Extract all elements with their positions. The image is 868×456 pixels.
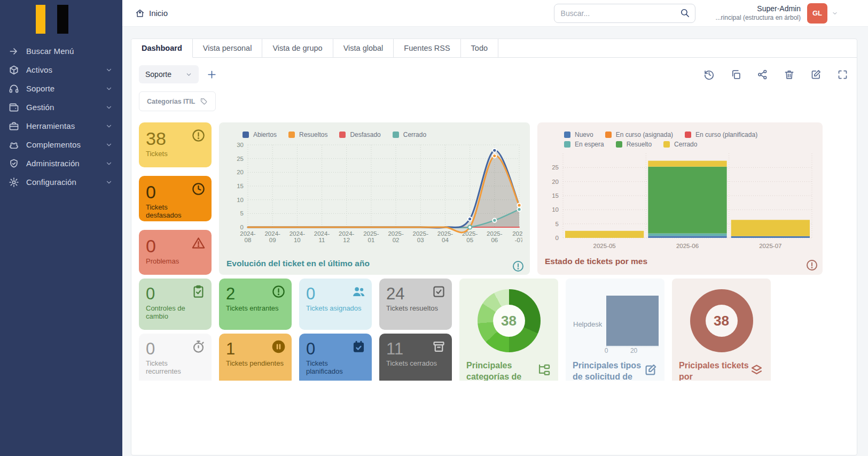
history-icon[interactable] [703, 69, 715, 80]
filter-chip-categorias-itil[interactable]: Categorías ITIL [139, 91, 216, 111]
filter-row: Categorías ITIL [139, 91, 848, 111]
sidebar-item-complementos[interactable]: Complementos [0, 135, 122, 154]
puzzle-icon [9, 140, 19, 150]
card-label: Problemas [146, 257, 205, 265]
user-info: Super-Admin ...rincipal (estructura en á… [716, 4, 801, 22]
sidebar-item-herramientas[interactable]: Herramientas [0, 117, 122, 135]
tab-vista-global[interactable]: Vista global [333, 39, 394, 57]
legend-item: Cerrado [393, 131, 426, 138]
chevron-down-icon [105, 122, 113, 130]
card-tickets-resueltos[interactable]: 24 Tickets resueltos [379, 279, 452, 330]
donut-center-value: 38 [714, 313, 729, 329]
svg-text:15: 15 [237, 183, 244, 189]
svg-text:2024-09: 2024-09 [264, 230, 280, 243]
card-tickets-pendientes[interactable]: 1 Tickets pendientes [219, 334, 292, 381]
logo-bar-black [57, 5, 68, 34]
sidebar-item-soporte[interactable]: Soporte [0, 79, 122, 98]
clock-icon [191, 182, 206, 196]
chart-title: Pricipales tickets por [679, 360, 749, 381]
tab-todo[interactable]: Todo [461, 39, 498, 57]
tag-icon [200, 97, 208, 105]
tab-dashboard[interactable]: Dashboard [131, 39, 193, 58]
content-panel: Dashboard Vista personal Vista de grupo … [131, 38, 857, 455]
alert-circle-icon [271, 284, 286, 299]
sidebar-item-administracion[interactable]: Administración [0, 154, 122, 173]
card-tickets[interactable]: 38 Tickets [139, 122, 212, 167]
trash-icon[interactable] [784, 69, 795, 80]
share-icon[interactable] [757, 69, 768, 80]
dashboard-select[interactable]: Soporte [139, 65, 199, 83]
card-problemas[interactable]: 0 Problemas [139, 230, 212, 275]
app-logo[interactable] [0, 0, 122, 38]
dashboard-grid-top: 38 Tickets 0 Tickets desfasados 0 Proble… [139, 122, 857, 275]
search-icon[interactable] [680, 8, 690, 18]
chart-title: Estado de tickets por mes [545, 257, 647, 266]
sidebar-item-label: Soporte [26, 84, 105, 93]
fullscreen-icon[interactable] [837, 69, 848, 80]
info-icon[interactable] [512, 260, 525, 273]
svg-text:25: 25 [552, 164, 559, 171]
chart-estado-tickets-mes[interactable]: NuevoEn curso (asignada)En curso (planif… [537, 122, 823, 275]
card-label: Controles de cambio [146, 304, 205, 320]
svg-text:0: 0 [556, 235, 559, 241]
tab-fuentes-rss[interactable]: Fuentes RSS [394, 39, 460, 57]
chart-title: Principales categorías de [466, 360, 537, 381]
legend-item: En curso (asignada) [605, 131, 673, 138]
line-chart-legend: AbiertosResueltosDesfasadoCerrado [243, 131, 522, 138]
svg-text:2025-06: 2025-06 [487, 230, 503, 243]
breadcrumb[interactable]: Inicio [135, 9, 168, 18]
svg-text:2025-07: 2025-07 [759, 243, 781, 249]
sidebar-item-buscar-menu[interactable]: Buscar Menú [0, 42, 122, 60]
donut-chart: 38 [478, 289, 541, 352]
card-label: Tickets desfasados [146, 203, 205, 219]
add-dashboard-button[interactable] [207, 69, 217, 80]
card-tickets-desfasados[interactable]: 0 Tickets desfasados [139, 176, 212, 221]
edit-icon[interactable] [810, 69, 822, 80]
sidebar-item-activos[interactable]: Activos [0, 60, 122, 79]
card-label: Tickets asignados [306, 304, 365, 312]
calendar-check-icon [351, 339, 366, 354]
bar-chart-legend: NuevoEn curso (asignada)En curso (planif… [564, 131, 799, 148]
card-label: Tickets pendientes [226, 359, 285, 367]
info-icon[interactable] [806, 259, 818, 272]
tab-vista-de-grupo[interactable]: Vista de grupo [262, 39, 333, 57]
chevron-down-icon [105, 104, 113, 111]
avatar[interactable]: GL [807, 3, 827, 24]
svg-text:2025-03: 2025-03 [413, 230, 429, 243]
card-tickets-planificados[interactable]: 0 Tickets planificados [299, 334, 372, 381]
card-controles-de-cambio[interactable]: 0 Controles de cambio [139, 279, 212, 330]
sidebar-item-label: Gestión [26, 103, 105, 112]
chevron-down-icon[interactable] [832, 10, 838, 17]
dashboard-select-value: Soporte [145, 70, 171, 79]
chevron-down-icon [185, 71, 192, 78]
chart-evolucion-ticket[interactable]: AbiertosResueltosDesfasadoCerrado 051015… [219, 122, 530, 275]
donut-center-value: 38 [501, 313, 517, 329]
card-label: Tickets recurrentes [146, 359, 205, 375]
legend-item: En curso (planificada) [685, 131, 757, 138]
clone-icon[interactable] [730, 69, 741, 80]
svg-text:2025-07: 2025-07 [512, 230, 522, 243]
sidebar-item-label: Complementos [26, 140, 105, 149]
chart-principales-tipos-solicitud[interactable]: Helpdesk 0 20 Principales tipos de solic… [566, 279, 664, 381]
briefcase-icon [9, 121, 19, 132]
card-tickets-cerrados[interactable]: 11 Tickets cerrados [379, 334, 452, 381]
chart-principales-categorias[interactable]: 38 Principales categorías de [459, 279, 558, 381]
chevron-down-icon [105, 160, 113, 167]
svg-text:2024-10: 2024-10 [290, 230, 306, 243]
global-search [554, 4, 695, 23]
tab-vista-personal[interactable]: Vista personal [193, 39, 263, 57]
svg-text:2025-04: 2025-04 [437, 230, 453, 243]
chevron-down-icon [105, 141, 113, 149]
sidebar-item-label: Buscar Menú [26, 47, 113, 56]
logo-bar-yellow [36, 5, 45, 34]
card-tickets-recurrentes[interactable]: 0 Tickets recurrentes [139, 334, 212, 381]
card-tickets-asignados[interactable]: 0 Tickets asignados [299, 279, 372, 330]
card-tickets-entrantes[interactable]: 2 Tickets entrantes [219, 279, 292, 330]
sidebar-item-gestion[interactable]: Gestión [0, 98, 122, 117]
svg-text:2025-06: 2025-06 [676, 243, 699, 249]
sidebar-item-configuracion[interactable]: Configuración [0, 173, 122, 191]
sitemap-icon [537, 363, 551, 377]
chart-principales-tickets[interactable]: 38 Pricipales tickets por [672, 279, 771, 381]
search-input[interactable] [554, 4, 695, 23]
chart-title: Evolución del ticket en el último año [226, 259, 370, 268]
